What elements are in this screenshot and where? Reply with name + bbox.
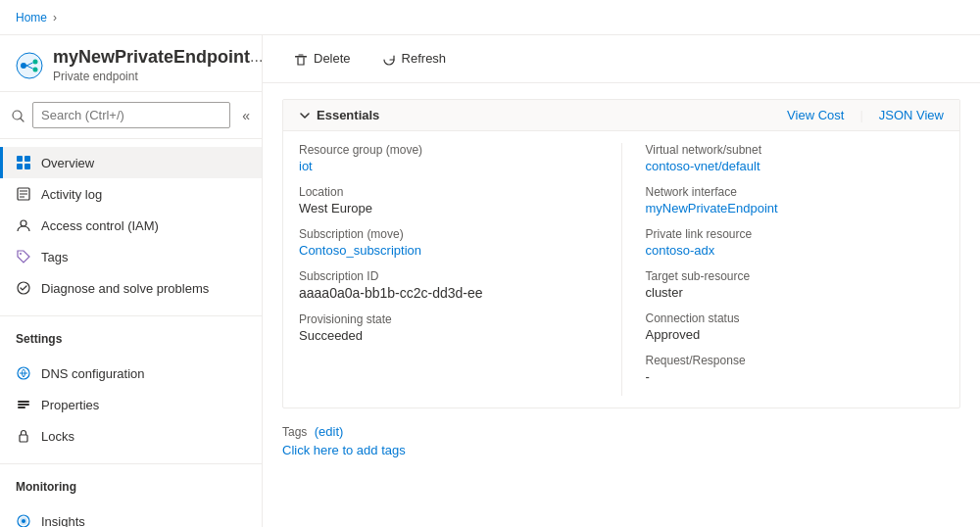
nav-divider-2 xyxy=(0,463,262,464)
monitoring-nav: Insights Alerts xyxy=(0,498,262,527)
settings-nav: DNS configuration Properties xyxy=(0,350,262,459)
svg-point-3 xyxy=(33,67,38,72)
svg-point-17 xyxy=(20,253,22,255)
svg-point-2 xyxy=(33,59,38,64)
private-link-resource-link[interactable]: contoso-adx xyxy=(646,243,715,258)
insights-label: Insights xyxy=(41,514,85,528)
field-resource-group: Resource group (move) iot xyxy=(299,143,598,173)
sidebar-item-properties[interactable]: Properties xyxy=(0,389,262,420)
svg-point-16 xyxy=(21,220,26,226)
search-box: « xyxy=(0,92,262,139)
tags-edit-link[interactable]: (edit) xyxy=(315,424,344,439)
settings-section-label: Settings xyxy=(0,320,262,350)
sidebar-item-overview[interactable]: Overview xyxy=(0,147,262,178)
diagnose-label: Diagnose and solve problems xyxy=(41,281,209,296)
field-request-response: Request/Response - xyxy=(646,354,945,384)
svg-rect-10 xyxy=(17,164,23,169)
svg-rect-21 xyxy=(18,404,29,406)
sidebar-item-diagnose[interactable]: Diagnose and solve problems xyxy=(0,272,262,304)
monitoring-section-label: Monitoring xyxy=(0,468,262,498)
delete-label: Delete xyxy=(314,51,351,66)
sidebar-item-tags[interactable]: Tags xyxy=(0,241,262,272)
home-link[interactable]: Home xyxy=(16,11,47,24)
dns-config-icon xyxy=(16,365,31,381)
activity-log-label: Activity log xyxy=(41,187,102,202)
activity-log-icon xyxy=(16,186,31,202)
sidebar-item-insights[interactable]: Insights xyxy=(0,505,262,527)
field-provisioning-state: Provisioning state Succeeded xyxy=(299,312,598,343)
resource-header: myNewPrivateEndpoint Private endpoint ··… xyxy=(0,35,262,92)
field-private-link-resource: Private link resource contoso-adx xyxy=(646,227,945,258)
properties-icon xyxy=(16,397,31,412)
resource-type: Private endpoint xyxy=(53,70,250,83)
dns-config-label: DNS configuration xyxy=(41,366,145,381)
view-cost-link[interactable]: View Cost xyxy=(787,108,844,122)
tags-nav-label: Tags xyxy=(41,250,68,264)
resource-icon xyxy=(16,52,43,79)
resource-group-value-link[interactable]: iot xyxy=(299,159,313,173)
svg-rect-11 xyxy=(24,164,30,169)
more-options-button[interactable]: ··· xyxy=(250,52,263,70)
field-network-interface: Network interface myNewPrivateEndpoint xyxy=(646,185,945,216)
sidebar-item-access-control[interactable]: Access control (IAM) xyxy=(0,210,262,241)
json-view-link[interactable]: JSON View xyxy=(879,108,944,122)
essentials-section: Essentials View Cost | JSON View Resourc… xyxy=(282,99,960,408)
delete-button[interactable]: Delete xyxy=(282,45,363,72)
refresh-icon xyxy=(382,51,396,67)
breadcrumb: Home › xyxy=(16,11,57,24)
field-subscription: Subscription (move) Contoso_subscription xyxy=(299,227,598,258)
field-location: Location West Europe xyxy=(299,185,598,216)
subscription-move-link[interactable]: (move) xyxy=(367,227,403,241)
tags-section-label: Tags xyxy=(282,425,307,439)
tags-row: Click here to add tags xyxy=(282,443,960,457)
resource-name: myNewPrivateEndpoint xyxy=(53,47,250,68)
field-connection-status: Connection status Approved xyxy=(646,311,945,342)
refresh-button[interactable]: Refresh xyxy=(370,45,459,72)
virtual-network-link[interactable]: contoso-vnet/default xyxy=(646,159,760,173)
svg-point-18 xyxy=(18,282,29,294)
main-nav: Overview Activity log xyxy=(0,139,262,311)
svg-rect-20 xyxy=(18,401,29,403)
essentials-actions: View Cost | JSON View xyxy=(787,108,944,122)
essentials-header: Essentials View Cost | JSON View xyxy=(283,100,959,131)
locks-icon xyxy=(16,428,31,444)
refresh-label: Refresh xyxy=(402,51,447,66)
access-control-label: Access control (IAM) xyxy=(41,218,159,233)
svg-rect-22 xyxy=(18,407,25,408)
field-subscription-id: Subscription ID aaaa0a0a-bb1b-cc2c-dd3d-… xyxy=(299,269,598,301)
svg-point-26 xyxy=(22,519,25,523)
access-control-icon xyxy=(16,217,31,233)
tags-section: Tags (edit) Click here to add tags xyxy=(263,424,980,473)
diagnose-icon xyxy=(16,280,31,296)
sidebar-item-locks[interactable]: Locks xyxy=(0,420,262,452)
essentials-left-col: Resource group (move) iot Location West … xyxy=(299,143,598,396)
properties-label: Properties xyxy=(41,398,99,412)
add-tags-link[interactable]: Click here to add tags xyxy=(282,443,406,457)
essentials-body: Resource group (move) iot Location West … xyxy=(283,131,959,407)
overview-label: Overview xyxy=(41,156,94,170)
network-interface-link[interactable]: myNewPrivateEndpoint xyxy=(646,201,778,216)
field-target-sub-resource: Target sub-resource cluster xyxy=(646,269,945,300)
sidebar-item-activity-log[interactable]: Activity log xyxy=(0,178,262,210)
overview-icon xyxy=(16,155,31,170)
tags-nav-icon xyxy=(16,249,31,264)
search-input[interactable] xyxy=(32,102,230,128)
svg-rect-30 xyxy=(295,56,307,58)
svg-rect-23 xyxy=(20,435,27,442)
svg-line-7 xyxy=(21,119,24,121)
breadcrumb-separator: › xyxy=(53,11,57,24)
subscription-value-link[interactable]: Contoso_subscription xyxy=(299,243,421,258)
resource-group-move-link[interactable]: (move) xyxy=(386,143,422,157)
essentials-right-col: Virtual network/subnet contoso-vnet/defa… xyxy=(621,143,945,396)
search-icon xyxy=(12,108,24,122)
svg-rect-9 xyxy=(24,156,30,162)
delete-icon xyxy=(294,51,308,67)
sidebar-item-dns-config[interactable]: DNS configuration xyxy=(0,358,262,389)
toolbar: Delete Refresh xyxy=(263,35,980,83)
insights-icon xyxy=(16,513,31,527)
collapse-sidebar-button[interactable]: « xyxy=(242,108,250,123)
svg-rect-8 xyxy=(17,156,23,162)
main-content: Delete Refresh xyxy=(263,35,980,527)
nav-divider-1 xyxy=(0,315,262,316)
svg-point-0 xyxy=(17,53,42,78)
